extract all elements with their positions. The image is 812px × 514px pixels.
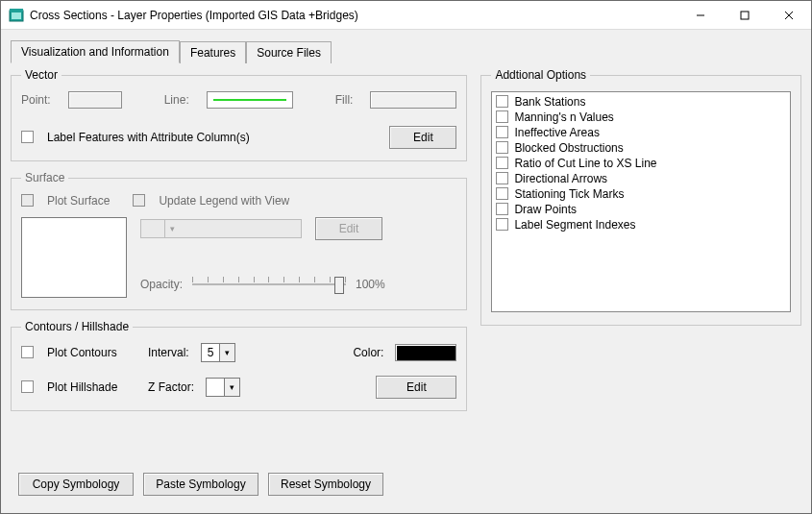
opacity-value: 100% xyxy=(356,278,385,291)
point-label: Point: xyxy=(21,93,51,107)
contours-edit-button[interactable]: Edit xyxy=(376,376,456,399)
color-swatch[interactable] xyxy=(395,344,456,361)
additional-options-group: Addtional Options Bank Stations Manning'… xyxy=(480,68,801,326)
update-legend-text: Update Legend with View xyxy=(159,194,289,208)
color-label: Color: xyxy=(353,346,383,359)
option-blocked-obstructions[interactable]: Blocked Obstructions xyxy=(496,140,786,156)
tab-features[interactable]: Features xyxy=(180,41,246,63)
zfactor-label: Z Factor: xyxy=(148,380,194,394)
option-draw-points[interactable]: Draw Points xyxy=(496,202,786,217)
vector-edit-button[interactable]: Edit xyxy=(389,126,456,149)
surface-combo: ▾ xyxy=(140,219,302,238)
window-root: Cross Sections - Layer Properties (Impor… xyxy=(0,0,812,514)
surface-legend: Surface xyxy=(21,171,68,184)
update-legend-check xyxy=(133,194,145,207)
point-swatch[interactable] xyxy=(68,91,122,109)
opacity-label: Opacity: xyxy=(140,278,183,291)
plot-contours-text: Plot Contours xyxy=(47,346,117,359)
maximize-button[interactable] xyxy=(723,1,767,30)
tab-source-files[interactable]: Source Files xyxy=(246,41,332,63)
copy-symbology-button[interactable]: Copy Symbology xyxy=(18,473,134,496)
svg-rect-4 xyxy=(741,12,749,19)
additional-legend: Addtional Options xyxy=(491,68,590,82)
interval-value: 5 xyxy=(202,346,220,359)
svg-rect-1 xyxy=(12,12,21,19)
window-title: Cross Sections - Layer Properties (Impor… xyxy=(30,9,358,22)
vector-legend: Vector xyxy=(21,68,62,82)
chevron-down-icon[interactable]: ▾ xyxy=(224,379,239,396)
fill-swatch[interactable] xyxy=(370,91,456,109)
option-directional-arrows[interactable]: Directional Arrows xyxy=(496,171,786,186)
option-stationing-tick-marks[interactable]: Stationing Tick Marks xyxy=(496,186,786,202)
label-features-checkbox[interactable]: Label Features with Attribute Column(s) xyxy=(21,131,250,144)
fill-label: Fill: xyxy=(335,93,354,107)
contours-legend: Contours / Hillshade xyxy=(21,320,133,333)
contours-group: Contours / Hillshade Plot Contours Inter… xyxy=(11,320,467,411)
label-features-text: Label Features with Attribute Column(s) xyxy=(47,131,250,144)
interval-label: Interval: xyxy=(148,346,189,359)
option-label-segment-indexes[interactable]: Label Segment Indexes xyxy=(496,217,786,233)
surface-edit-button: Edit xyxy=(315,217,382,240)
tab-visualization[interactable]: Visualization and Information xyxy=(11,40,180,63)
bottom-button-row: Copy Symbology Paste Symbology Reset Sym… xyxy=(18,473,383,496)
slider-thumb[interactable] xyxy=(334,277,344,294)
opacity-slider[interactable] xyxy=(192,273,346,296)
line-swatch[interactable] xyxy=(207,91,293,109)
update-legend-checkbox: Update Legend with View xyxy=(133,194,289,208)
label-features-check[interactable] xyxy=(21,131,34,143)
close-button[interactable] xyxy=(767,1,811,30)
plot-hillshade-check[interactable] xyxy=(21,380,34,393)
plot-contours-check[interactable] xyxy=(21,346,34,358)
reset-symbology-button[interactable]: Reset Symbology xyxy=(268,473,383,496)
chevron-down-icon: ▾ xyxy=(164,220,180,237)
additional-options-list[interactable]: Bank Stations Manning's n Values Ineffec… xyxy=(491,91,791,312)
plot-surface-text: Plot Surface xyxy=(47,194,110,208)
surface-preview xyxy=(21,217,127,298)
line-label: Line: xyxy=(164,93,189,107)
zfactor-combo[interactable]: ▾ xyxy=(206,378,240,397)
plot-hillshade-text: Plot Hillshade xyxy=(47,380,117,394)
surface-group: Surface Plot Surface Update Legend with … xyxy=(11,171,467,310)
vector-group: Vector Point: Line: Fill: xyxy=(11,68,467,161)
minimize-button[interactable] xyxy=(678,1,723,30)
option-bank-stations[interactable]: Bank Stations xyxy=(496,94,786,110)
option-ineffective-areas[interactable]: Ineffective Areas xyxy=(496,125,786,140)
client-area: Visualization and Information Features S… xyxy=(1,30,811,513)
interval-combo[interactable]: 5 ▾ xyxy=(201,343,236,362)
app-icon xyxy=(9,8,24,23)
option-mannings-n-values[interactable]: Manning's n Values xyxy=(496,110,786,125)
plot-contours-checkbox[interactable]: Plot Contours xyxy=(21,346,136,359)
svg-rect-2 xyxy=(10,9,23,12)
tabstrip: Visualization and Information Features S… xyxy=(11,37,801,62)
plot-surface-check xyxy=(21,194,34,207)
plot-surface-checkbox: Plot Surface xyxy=(21,194,110,208)
paste-symbology-button[interactable]: Paste Symbology xyxy=(143,473,258,496)
plot-hillshade-checkbox[interactable]: Plot Hillshade xyxy=(21,380,136,394)
option-ratio-cut-line[interactable]: Ratio of Cut Line to XS Line xyxy=(496,156,786,171)
titlebar: Cross Sections - Layer Properties (Impor… xyxy=(1,1,811,30)
chevron-down-icon[interactable]: ▾ xyxy=(219,344,234,361)
